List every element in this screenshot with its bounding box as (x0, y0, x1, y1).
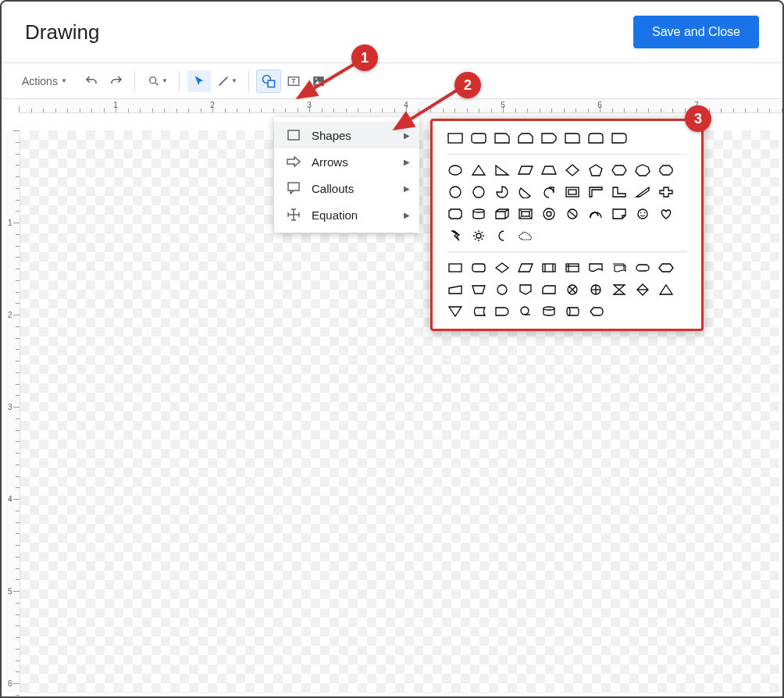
svg-line-2 (219, 77, 228, 85)
shape-round-rect[interactable] (470, 130, 487, 146)
shape-dropdown-menu: Shapes ▶ Arrows ▶ Callouts ▶ Equation ▶ (274, 117, 419, 233)
arrow-icon (287, 155, 301, 169)
shape-rectangle[interactable] (447, 130, 464, 146)
dialog-title: Drawing (25, 20, 99, 45)
shape-trapezoid[interactable] (540, 162, 558, 178)
shape-fc-alt[interactable] (470, 260, 487, 276)
shape-fc-document[interactable] (587, 260, 604, 276)
shape-heart[interactable] (657, 206, 675, 222)
shape-bevel[interactable] (517, 206, 534, 222)
submenu-arrow-icon: ▶ (404, 158, 410, 166)
save-and-close-button[interactable]: Save and Close (633, 16, 759, 48)
svg-rect-12 (448, 134, 462, 143)
image-button[interactable] (307, 70, 330, 92)
svg-point-56 (543, 307, 554, 310)
shape-fc-manual-op[interactable] (470, 282, 487, 297)
shape-fc-connector[interactable] (494, 282, 511, 297)
shape-plaque[interactable] (447, 206, 464, 222)
shape-chord[interactable] (517, 184, 534, 200)
shape-sun[interactable] (470, 228, 487, 244)
shape-no[interactable] (564, 206, 581, 222)
shape-fc-merge[interactable] (447, 304, 464, 319)
shape-tool-button[interactable] (257, 70, 280, 92)
menu-item-shapes[interactable]: Shapes ▶ (274, 122, 419, 148)
menu-item-arrows[interactable]: Arrows ▶ (274, 148, 419, 175)
shape-moon[interactable] (494, 228, 511, 244)
caret-down-icon: ▼ (162, 77, 168, 84)
shape-fc-disk[interactable] (540, 304, 558, 319)
shape-cross[interactable] (657, 184, 675, 200)
svg-point-29 (476, 233, 481, 238)
redo-button[interactable] (105, 70, 128, 92)
shape-arc[interactable] (587, 206, 604, 222)
shape-diag-stripe[interactable] (634, 184, 651, 200)
svg-line-37 (482, 232, 483, 233)
shape-decagon[interactable] (447, 184, 464, 200)
shape-can[interactable] (470, 206, 487, 222)
shape-fc-manual-input[interactable] (447, 282, 464, 297)
shape-fc-internal[interactable] (564, 260, 581, 276)
actions-menu-button[interactable]: Actions ▼ (17, 70, 72, 92)
shape-snip1[interactable] (494, 130, 511, 146)
menu-item-equation[interactable]: Equation ▶ (274, 201, 419, 228)
svg-rect-39 (472, 264, 485, 272)
shape-folded-corner[interactable] (611, 206, 628, 222)
shape-triangle[interactable] (470, 162, 487, 178)
shape-fc-seq[interactable] (517, 304, 534, 319)
shape-donut[interactable] (540, 206, 558, 222)
shape-round3[interactable] (611, 130, 628, 146)
shape-fc-stored[interactable] (470, 304, 487, 319)
shape-fc-display[interactable] (587, 304, 604, 319)
shape-fc-or[interactable] (587, 282, 604, 297)
shape-cube[interactable] (494, 206, 511, 222)
shape-fc-prep[interactable] (657, 260, 675, 276)
shape-fc-data[interactable] (517, 260, 534, 276)
shape-cloud[interactable] (517, 228, 534, 244)
shape-right-triangle[interactable] (494, 162, 511, 178)
shape-fc-offpage[interactable] (517, 282, 534, 297)
shape-round1[interactable] (564, 130, 581, 146)
shape-frame[interactable] (564, 184, 581, 200)
shape-ellipse[interactable] (447, 162, 464, 178)
select-tool-button[interactable] (187, 70, 211, 92)
shape-fc-card[interactable] (540, 282, 558, 297)
shape-fc-predef[interactable] (540, 260, 558, 276)
shape-fc-delay[interactable] (494, 304, 511, 319)
line-tool-button[interactable]: ▼ (212, 70, 242, 92)
zoom-button[interactable]: ▼ (143, 70, 173, 92)
vertical-ruler: 123456 (6, 130, 20, 693)
annotation-badge-2: 2 (454, 72, 481, 98)
shape-pentagon[interactable] (587, 162, 604, 178)
shape-hexagon[interactable] (611, 162, 628, 178)
text-box-button[interactable]: T (282, 70, 305, 92)
shape-octagon[interactable] (657, 162, 675, 178)
shape-lightning[interactable] (447, 228, 464, 244)
caret-down-icon: ▼ (231, 77, 237, 84)
shape-group-basic (447, 130, 687, 146)
shape-half-frame[interactable] (587, 184, 604, 200)
shape-fc-extract[interactable] (657, 282, 675, 297)
shape-group-flowchart (447, 260, 687, 319)
svg-point-9 (315, 77, 317, 79)
shape-teardrop[interactable] (540, 184, 558, 200)
shape-fc-summing[interactable] (564, 282, 581, 297)
shape-fc-direct[interactable] (564, 304, 581, 319)
shape-heptagon[interactable] (634, 162, 651, 178)
shape-l[interactable] (611, 184, 628, 200)
shape-fc-sort[interactable] (634, 282, 651, 297)
shape-pie[interactable] (494, 184, 511, 200)
shape-fc-decision[interactable] (494, 260, 511, 276)
shape-diamond[interactable] (564, 162, 581, 178)
shape-fc-collate[interactable] (611, 282, 628, 297)
shape-fc-multidoc[interactable] (611, 260, 628, 276)
shape-snip3[interactable] (540, 130, 558, 146)
undo-button[interactable] (80, 70, 103, 92)
shape-fc-process[interactable] (447, 260, 464, 276)
menu-item-callouts[interactable]: Callouts ▶ (274, 175, 419, 201)
shape-fc-terminator[interactable] (634, 260, 651, 276)
shape-parallelogram[interactable] (517, 162, 534, 178)
shape-snip2[interactable] (517, 130, 534, 146)
shape-round2[interactable] (587, 130, 604, 146)
shape-dodecagon[interactable] (470, 184, 487, 200)
shape-smiley[interactable] (634, 206, 651, 222)
